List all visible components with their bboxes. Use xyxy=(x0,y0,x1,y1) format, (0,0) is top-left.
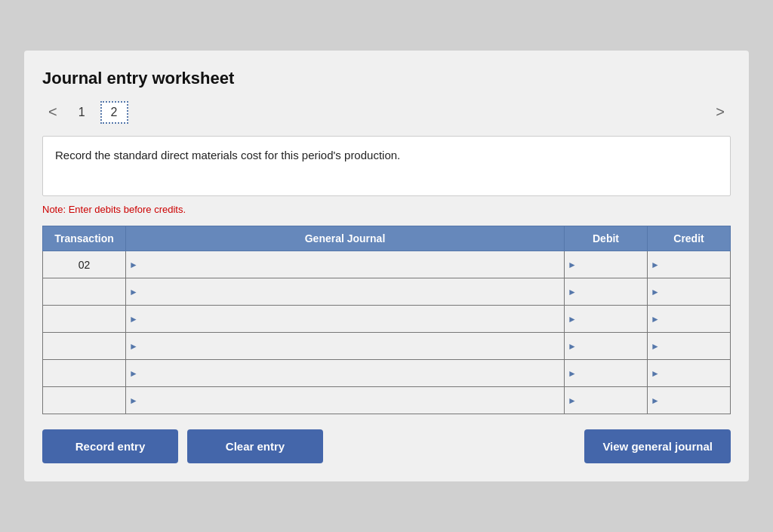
header-journal: General Journal xyxy=(126,226,565,251)
journal-cell-6[interactable]: ► xyxy=(126,387,565,414)
table-row: ► ► ► xyxy=(43,333,731,360)
arrow-icon-credit-3: ► xyxy=(651,314,660,324)
credit-cell-4[interactable]: ► xyxy=(648,333,731,360)
arrow-icon-credit-1: ► xyxy=(651,260,660,270)
header-debit: Debit xyxy=(565,226,648,251)
arrow-icon-debit-5: ► xyxy=(568,368,577,379)
credit-cell-1[interactable]: ► xyxy=(648,251,731,278)
journal-cell-5[interactable]: ► xyxy=(126,360,565,387)
debit-cell-1[interactable]: ► xyxy=(565,251,648,278)
instruction-box: Record the standard direct materials cos… xyxy=(42,136,731,196)
transaction-cell-4 xyxy=(43,333,126,360)
journal-input-3[interactable] xyxy=(141,306,561,332)
credit-input-6[interactable] xyxy=(663,387,727,414)
arrow-icon-debit-4: ► xyxy=(568,341,577,352)
journal-input-5[interactable] xyxy=(141,360,561,386)
journal-table: Transaction General Journal Debit Credit… xyxy=(42,226,731,414)
debit-input-2[interactable] xyxy=(580,278,644,305)
credit-input-5[interactable] xyxy=(663,360,727,386)
credit-input-4[interactable] xyxy=(663,333,727,359)
arrow-icon-debit-1: ► xyxy=(568,260,577,270)
arrow-icon-1: ► xyxy=(129,260,138,270)
journal-cell-1[interactable]: ► xyxy=(126,251,565,278)
main-container: Journal entry worksheet < 1 2 > Record t… xyxy=(24,51,749,481)
journal-input-1[interactable] xyxy=(141,251,561,278)
table-row: ► ► ► xyxy=(43,360,731,387)
table-row: ► ► ► xyxy=(43,306,731,333)
view-journal-button[interactable]: View general journal xyxy=(584,429,731,463)
note-text: Note: Enter debits before credits. xyxy=(42,204,731,215)
transaction-cell-2 xyxy=(43,278,126,306)
credit-cell-3[interactable]: ► xyxy=(648,306,731,333)
transaction-cell-3 xyxy=(43,306,126,333)
arrow-icon-debit-3: ► xyxy=(568,314,577,324)
transaction-cell-1: 02 xyxy=(43,251,126,278)
tab-1[interactable]: 1 xyxy=(72,103,91,122)
table-row: 02 ► ► ► xyxy=(43,251,731,278)
clear-entry-button[interactable]: Clear entry xyxy=(187,429,323,463)
journal-cell-3[interactable]: ► xyxy=(126,306,565,333)
table-row: ► ► ► xyxy=(43,387,731,414)
credit-input-3[interactable] xyxy=(663,306,727,332)
page-title: Journal entry worksheet xyxy=(42,69,731,88)
journal-input-6[interactable] xyxy=(141,387,561,414)
prev-arrow[interactable]: < xyxy=(42,100,63,124)
arrow-icon-6: ► xyxy=(129,395,138,406)
journal-input-4[interactable] xyxy=(141,333,561,359)
transaction-cell-6 xyxy=(43,387,126,414)
table-row: ► ► ► xyxy=(43,278,731,306)
arrow-icon-credit-4: ► xyxy=(651,341,660,352)
debit-cell-2[interactable]: ► xyxy=(565,278,648,306)
arrow-icon-3: ► xyxy=(129,314,138,324)
journal-cell-2[interactable]: ► xyxy=(126,278,565,306)
header-credit: Credit xyxy=(648,226,731,251)
debit-input-4[interactable] xyxy=(580,333,644,359)
debit-cell-6[interactable]: ► xyxy=(565,387,648,414)
credit-cell-5[interactable]: ► xyxy=(648,360,731,387)
header-transaction: Transaction xyxy=(43,226,126,251)
journal-cell-4[interactable]: ► xyxy=(126,333,565,360)
arrow-icon-credit-2: ► xyxy=(651,287,660,297)
credit-cell-6[interactable]: ► xyxy=(648,387,731,414)
arrow-icon-debit-2: ► xyxy=(568,287,577,297)
debit-input-5[interactable] xyxy=(580,360,644,386)
credit-input-2[interactable] xyxy=(663,278,727,305)
arrow-icon-credit-5: ► xyxy=(651,368,660,379)
debit-input-6[interactable] xyxy=(580,387,644,414)
arrow-icon-credit-6: ► xyxy=(651,395,660,406)
arrow-icon-debit-6: ► xyxy=(568,395,577,406)
debit-input-1[interactable] xyxy=(580,251,644,278)
arrow-icon-2: ► xyxy=(129,287,138,297)
debit-input-3[interactable] xyxy=(580,306,644,332)
instruction-text: Record the standard direct materials cos… xyxy=(55,149,400,161)
credit-cell-2[interactable]: ► xyxy=(648,278,731,306)
buttons-row: Record entry Clear entry View general jo… xyxy=(42,429,731,463)
journal-input-2[interactable] xyxy=(141,278,561,305)
next-arrow[interactable]: > xyxy=(710,100,731,124)
navigation: < 1 2 > xyxy=(42,100,731,124)
transaction-cell-5 xyxy=(43,360,126,387)
credit-input-1[interactable] xyxy=(663,251,727,278)
arrow-icon-4: ► xyxy=(129,341,138,352)
debit-cell-5[interactable]: ► xyxy=(565,360,648,387)
debit-cell-3[interactable]: ► xyxy=(565,306,648,333)
debit-cell-4[interactable]: ► xyxy=(565,333,648,360)
record-entry-button[interactable]: Record entry xyxy=(42,429,178,463)
arrow-icon-5: ► xyxy=(129,368,138,379)
tab-2[interactable]: 2 xyxy=(100,101,128,124)
